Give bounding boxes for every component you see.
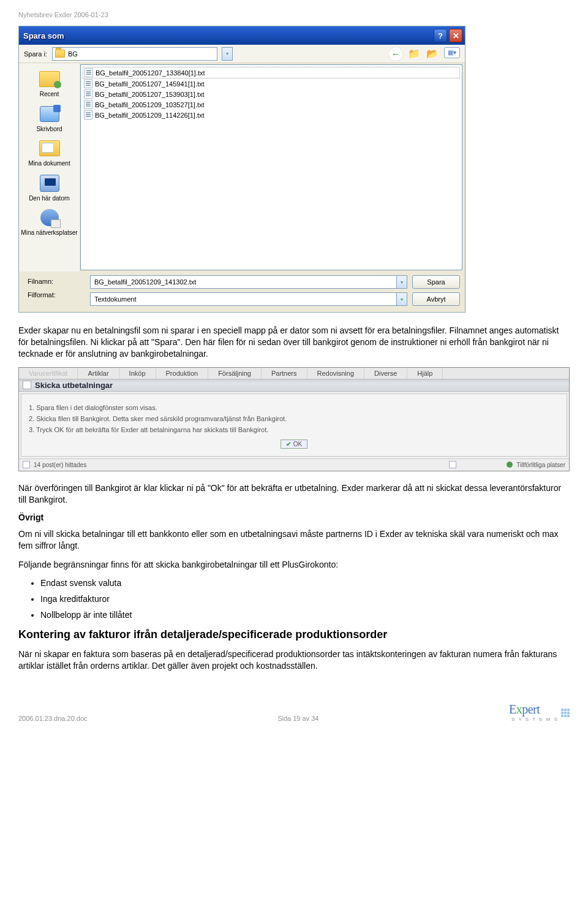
sidebar-label-desktop: Skrivbord [36, 126, 62, 133]
shield-icon [507, 462, 513, 468]
back-icon[interactable]: ← [389, 47, 402, 61]
filename-dropdown-icon[interactable]: ▾ [396, 275, 407, 289]
menu-diverse[interactable]: Diverse [364, 368, 407, 379]
text-file-icon [84, 110, 92, 120]
menu-partners[interactable]: Partners [262, 368, 307, 379]
check-icon: ✔ [286, 441, 291, 447]
ovrigt-heading: Övrigt [18, 512, 570, 522]
page-header: Nyhetsbrev Exder 2006-01-23 [18, 11, 570, 18]
paragraph-5: När ni skapar en faktura som baseras på … [18, 649, 570, 672]
status-left-text: 14 post(er) hittades [34, 462, 86, 468]
sidebar-item-desktop[interactable]: Skrivbord [19, 102, 80, 137]
logo-x-icon: x [516, 702, 522, 716]
bullet-list: Endast svensk valuta Inga kreditfakturor… [18, 578, 570, 620]
places-sidebar: Recent Skrivbord Mina dokument Den här d… [19, 63, 80, 272]
help-icon[interactable]: ? [434, 29, 447, 42]
fileformat-label: Filformat: [28, 291, 85, 299]
content-panel: 1. Spara filen i det dialogfönster som v… [21, 394, 567, 457]
sidebar-label-documents: Mina dokument [28, 160, 70, 167]
file-name: BG_betalfil_20051207_145941[1].txt [95, 80, 205, 88]
file-row[interactable]: BG_betalfil_20051207_145941[1].txt [83, 78, 460, 89]
save-in-value: BG [68, 50, 78, 58]
window-icon [449, 461, 456, 468]
section-heading: Kontering av fakturor ifrån detaljerade/… [18, 628, 570, 641]
sidebar-item-recent[interactable]: Recent [19, 67, 80, 102]
dialog-title: Spara som [23, 31, 64, 40]
cancel-button[interactable]: Avbryt [412, 292, 460, 306]
save-as-dialog: Spara som ? ✕ Spara i: BG ▾ ← 📁 📂 ▦▾ [18, 26, 466, 313]
file-row[interactable]: BG_betalfil_20051209_103527[1].txt [83, 99, 460, 110]
dialog-toolbar: Spara i: BG ▾ ← 📁 📂 ▦▾ [19, 45, 465, 63]
exder-window: Varucertifikat Artiklar Inköp Produktion… [18, 367, 570, 471]
save-button[interactable]: Spara [412, 275, 460, 289]
menu-forsaljning[interactable]: Försäljning [208, 368, 262, 379]
paragraph-4: Följande begränsningar finns för att ski… [18, 559, 570, 571]
list-item: Endast svensk valuta [40, 578, 570, 588]
step-3-text: 3. Tryck OK för att bekräfta för Exder a… [29, 426, 559, 433]
logo-subtitle: S Y S T E M S [511, 717, 559, 722]
menu-hjalp[interactable]: Hjälp [407, 368, 443, 379]
sidebar-label-recent: Recent [40, 91, 59, 98]
home-icon[interactable] [23, 381, 31, 389]
menu-bar: Varucertifikat Artiklar Inköp Produktion… [19, 368, 569, 379]
save-in-label: Spara i: [24, 50, 47, 58]
file-row[interactable]: BG_betalfil_20051207_153903[1].txt [83, 89, 460, 99]
close-icon[interactable]: ✕ [449, 29, 462, 42]
filename-label: Filnamn: [28, 278, 85, 285]
file-name: BG_betalfil_20051209_103527[1].txt [95, 101, 205, 108]
paragraph-2: När överföringen till Bankgirot är klar … [18, 482, 570, 506]
paragraph-1: Exder skapar nu en betalningsfil som ni … [18, 325, 570, 360]
new-folder-icon[interactable]: 📂 [426, 47, 439, 61]
network-places-icon [40, 209, 59, 226]
footer-center: Sida 19 av 34 [277, 715, 318, 722]
dialog-titlebar: Spara som ? ✕ [19, 26, 465, 45]
logo-dots-icon [561, 709, 570, 717]
sidebar-label-computer: Den här datorn [29, 195, 70, 202]
page-footer: 2006.01.23.dna.20.doc Sida 19 av 34 Expe… [18, 696, 570, 722]
filename-input[interactable]: BG_betalfil_20051209_141302.txt [90, 275, 397, 289]
recent-folder-icon [39, 71, 60, 87]
fileformat-input[interactable]: Textdokument [90, 292, 397, 306]
logo-brand-prefix: E [509, 702, 516, 716]
ok-button[interactable]: ✔OK [281, 439, 307, 449]
text-file-icon [84, 100, 92, 109]
status-bar: 14 post(er) hittades Tillförlitliga plat… [19, 459, 569, 471]
folder-icon [55, 50, 65, 58]
list-item: Inga kreditfakturor [40, 594, 570, 604]
text-file-icon [85, 68, 93, 77]
sidebar-item-documents[interactable]: Mina dokument [19, 136, 80, 171]
menu-redovisning[interactable]: Redovisning [307, 368, 365, 379]
my-computer-icon [40, 175, 59, 192]
paragraph-3: Om ni vill skicka betalningar till ett b… [18, 528, 570, 552]
list-item: Nollbelopp är inte tillåtet [40, 610, 570, 620]
file-row[interactable]: BG_betalfil_20051207_133840[1].txt [83, 67, 460, 78]
logo-brand-rest: pert [522, 702, 540, 716]
step-1-text: 1. Spara filen i det dialogfönster som v… [29, 404, 559, 411]
footer-left: 2006.01.23.dna.20.doc [18, 715, 88, 722]
dropdown-icon[interactable]: ▾ [222, 47, 233, 61]
text-file-icon [84, 89, 92, 99]
my-documents-icon [39, 140, 60, 156]
save-in-dropdown[interactable]: BG [52, 47, 217, 61]
menu-inkop[interactable]: Inköp [119, 368, 156, 379]
file-row[interactable]: BG_betalfil_20051209_114226[1].txt [83, 110, 460, 120]
menu-produktion[interactable]: Produktion [156, 368, 209, 379]
tab-title: Skicka utbetalningar [35, 381, 113, 390]
views-icon[interactable]: ▦▾ [444, 47, 460, 58]
status-right-text: Tillförlitliga platser [516, 462, 565, 468]
sidebar-label-network: Mina nätverksplatser [21, 229, 77, 237]
menu-artiklar[interactable]: Artiklar [78, 368, 119, 379]
file-name: BG_betalfil_20051209_114226[1].txt [95, 112, 205, 119]
sidebar-item-computer[interactable]: Den här datorn [19, 171, 80, 206]
page-icon [23, 461, 30, 468]
expert-logo: Expert S Y S T E M S [509, 702, 570, 722]
tab-header: Skicka utbetalningar [19, 379, 569, 392]
step-2-text: 2. Skicka filen till Bankgirot. Detta sk… [29, 415, 559, 422]
file-name: BG_betalfil_20051207_133840[1].txt [96, 69, 205, 77]
up-folder-icon[interactable]: 📁 [407, 47, 421, 61]
text-file-icon [84, 79, 92, 88]
file-list[interactable]: BG_betalfil_20051207_133840[1].txt BG_be… [80, 64, 462, 270]
menu-varucertifikat[interactable]: Varucertifikat [19, 368, 78, 379]
sidebar-item-network[interactable]: Mina nätverksplatser [19, 205, 80, 240]
fileformat-dropdown-icon[interactable]: ▾ [396, 292, 407, 306]
